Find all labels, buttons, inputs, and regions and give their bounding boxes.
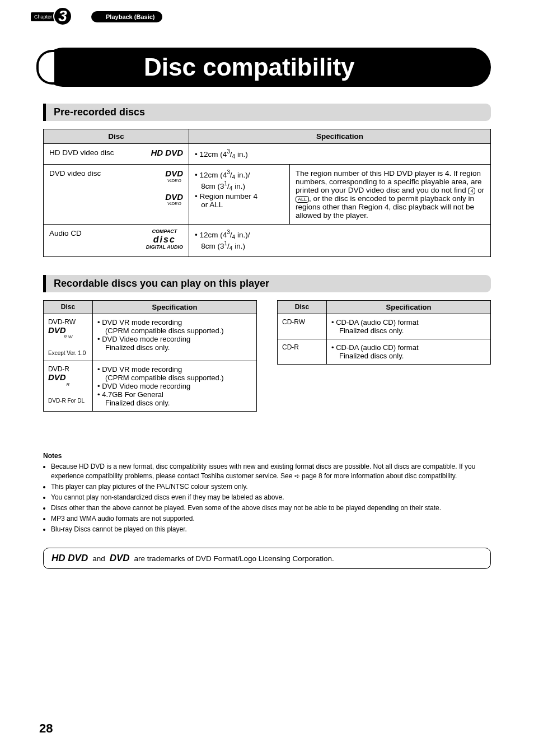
dvd-video-logo-icon: DVDVIDEODVDVIDEO: [165, 169, 183, 207]
col-disc: Disc: [44, 300, 93, 314]
disc-name: Audio CD: [49, 229, 82, 237]
disc-spec: • DVD VR mode recording (CPRM compatible…: [93, 361, 257, 412]
prerecorded-heading: Pre-recorded discs: [43, 104, 491, 121]
note-item: MP3 and WMA audio formats are not suppor…: [51, 514, 491, 523]
col-spec: Specification: [189, 129, 491, 144]
disc-name: CD-R: [278, 339, 327, 364]
col-disc: Disc: [44, 129, 189, 144]
disc-spec: • DVD VR mode recording (CPRM compatible…: [93, 314, 257, 361]
region-4-icon: 4: [468, 188, 475, 194]
table-row: DVD-RW DVDR W Except Ver. 1.0 • DVD VR m…: [44, 314, 257, 361]
trademark-box: HD DVD and DVD are trademarks of DVD For…: [43, 548, 491, 570]
disc-spec: • 12cm (43/4 in.)/ 8cm (31/4 in.) • Regi…: [189, 165, 290, 225]
note-item: Discs other than the above cannot be pla…: [51, 503, 491, 512]
table-row: CD-R • CD-DA (audio CD) format Finalized…: [278, 339, 491, 364]
table-row: HD DVD video disc HD DVD • 12cm (43/4 in…: [44, 144, 491, 165]
chapter-number: 3: [53, 7, 72, 26]
table-row: DVD video disc DVDVIDEODVDVIDEO • 12cm (…: [44, 165, 491, 225]
table-row: DVD-R DVDR DVD-R For DL • DVD VR mode re…: [44, 361, 257, 412]
note-item: This player can play pictures of the PAL…: [51, 482, 491, 491]
arrow-right-icon: ➪: [294, 472, 300, 480]
disc-spec: • 12cm (43/4 in.)/ 8cm (31/4 in.): [189, 225, 491, 256]
disc-note: The region number of this HD DVD player …: [290, 165, 491, 225]
note-item: Blu-ray Discs cannot be played on this p…: [51, 525, 491, 534]
note-item: Because HD DVD is a new format, disc com…: [51, 462, 491, 480]
prerecorded-table: Disc Specification HD DVD video disc HD …: [43, 129, 491, 257]
disc-spec: • CD-DA (audio CD) format Finalized disc…: [327, 314, 491, 339]
notes-heading: Notes: [43, 452, 491, 460]
hddvd-logo-icon: HD DVD: [151, 148, 183, 158]
col-spec: Specification: [327, 300, 491, 314]
trademark-text: are trademarks of DVD Format/Logo Licens…: [134, 554, 334, 563]
dvd-logo-icon: DVD: [110, 553, 130, 564]
page-number: 28: [39, 721, 53, 736]
recordable-table-right: Disc Specification CD-RW • CD-DA (audio …: [277, 300, 491, 365]
page-title-banner: Disc compatibility: [43, 48, 491, 87]
recordable-heading: Recordable discs you can play on this pl…: [43, 275, 491, 292]
disc-name: CD-RW: [278, 314, 327, 339]
compact-disc-logo-icon: COMPACTdiscDIGITAL AUDIO: [146, 229, 183, 250]
notes-section: Notes Because HD DVD is a new format, di…: [43, 452, 491, 534]
disc-spec: • CD-DA (audio CD) format Finalized disc…: [327, 339, 491, 364]
disc-name: DVD video disc: [49, 169, 101, 178]
chapter-header: Chapter 3 Playback (Basic): [31, 11, 162, 22]
note-item: You cannot play non-standardized discs e…: [51, 493, 491, 502]
region-all-icon: ALL: [296, 196, 309, 203]
table-row: CD-RW • CD-DA (audio CD) format Finalize…: [278, 314, 491, 339]
col-spec: Specification: [93, 300, 257, 314]
disc-name: DVD-R DVDR DVD-R For DL: [44, 361, 93, 412]
table-row: Audio CD COMPACTdiscDIGITAL AUDIO • 12cm…: [44, 225, 491, 256]
hddvd-logo-icon: HD DVD: [51, 553, 88, 564]
dvd-r-logo-icon: DVDR: [48, 372, 88, 387]
trademark-and: and: [92, 554, 105, 563]
disc-name: HD DVD video disc: [49, 148, 114, 157]
section-label: Playback (Basic): [91, 11, 162, 22]
recordable-table-left: Disc Specification DVD-RW DVDR W Except …: [43, 300, 257, 412]
col-disc: Disc: [278, 300, 327, 314]
page-title: Disc compatibility: [144, 53, 355, 81]
disc-spec: • 12cm (43/4 in.): [189, 144, 491, 165]
disc-name: DVD-RW DVDR W Except Ver. 1.0: [44, 314, 93, 361]
dvd-rw-logo-icon: DVDR W: [48, 325, 88, 340]
